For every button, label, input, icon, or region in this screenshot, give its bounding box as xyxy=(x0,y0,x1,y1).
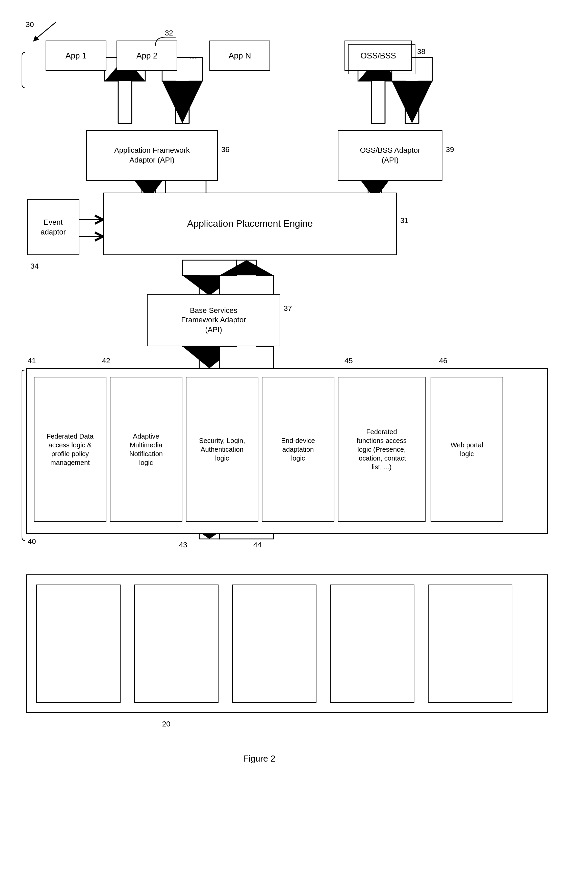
ellipsis-label: ... xyxy=(189,50,197,61)
svg-marker-24 xyxy=(182,260,236,296)
ref30-arrow xyxy=(26,19,66,46)
diagram-container: 30 32 App 1 App 2 ... App N OSS/BSS 38 A… xyxy=(0,0,588,891)
appN-label: App N xyxy=(229,50,251,61)
label-45: 45 xyxy=(345,356,352,365)
box-end-device: End-device adaptation logic xyxy=(262,377,334,522)
label-43: 43 xyxy=(179,541,187,549)
box-ossbss-top: OSS/BSS xyxy=(345,41,412,71)
svg-line-36 xyxy=(36,22,56,39)
ossbss-top-label: OSS/BSS xyxy=(360,50,396,61)
box-adaptive-multimedia: Adaptive Multimedia Notification logic xyxy=(110,377,182,522)
bottom-box-3 xyxy=(232,584,316,703)
svg-marker-25 xyxy=(182,275,236,296)
box-app-placement: Application Placement Engine xyxy=(103,192,397,255)
label-42: 42 xyxy=(102,356,110,365)
svg-marker-26 xyxy=(219,260,274,296)
label-40: 40 xyxy=(28,537,36,546)
app1-label: App 1 xyxy=(66,50,87,61)
app-placement-label: Application Placement Engine xyxy=(187,218,313,230)
svg-marker-27 xyxy=(219,260,274,275)
bottom-box-4 xyxy=(330,584,414,703)
label-44: 44 xyxy=(253,541,261,549)
ref32-brace xyxy=(152,34,179,47)
federated-data-label: Federated Data access logic & profile po… xyxy=(46,432,93,467)
label-37: 37 xyxy=(284,304,292,313)
adaptive-multimedia-label: Adaptive Multimedia Notification logic xyxy=(129,432,163,467)
label-31: 31 xyxy=(400,216,408,225)
label-38: 38 xyxy=(417,47,425,56)
box-ossbss-adaptor: OSS/BSS Adaptor (API) xyxy=(338,130,442,181)
figure-caption: Figure 2 xyxy=(243,753,275,764)
app2-label: App 2 xyxy=(136,50,158,61)
box-appN: App N xyxy=(209,41,270,71)
end-device-label: End-device adaptation logic xyxy=(281,436,315,463)
label-41: 41 xyxy=(28,356,36,365)
security-login-label: Security, Login, Authentication logic xyxy=(199,436,245,463)
ossbss-adaptor-label: OSS/BSS Adaptor (API) xyxy=(360,146,420,165)
svg-marker-29 xyxy=(182,346,236,368)
box-federated-functions: Federated functions access logic (Presen… xyxy=(338,377,426,522)
box-base-services: Base Services Framework Adaptor (API) xyxy=(147,294,280,346)
svg-marker-5 xyxy=(162,81,202,123)
label-36: 36 xyxy=(221,145,230,154)
box-app-framework: Application Framework Adaptor (API) xyxy=(86,130,218,181)
web-portal-label: Web portal logic xyxy=(450,440,483,458)
label-34: 34 xyxy=(30,262,39,270)
bottom-box-5 xyxy=(428,584,512,703)
box-federated-data: Federated Data access logic & profile po… xyxy=(34,377,106,522)
svg-marker-13 xyxy=(392,81,432,123)
label-20: 20 xyxy=(162,720,170,729)
label-46: 46 xyxy=(439,356,447,365)
base-services-label: Base Services Framework Adaptor (API) xyxy=(182,306,246,335)
box-web-portal: Web portal logic xyxy=(430,377,503,522)
bottom-box-1 xyxy=(36,584,121,703)
bottom-box-2 xyxy=(134,584,219,703)
federated-functions-label: Federated functions access logic (Presen… xyxy=(357,427,406,471)
box-security-login: Security, Login, Authentication logic xyxy=(186,377,258,522)
box-event-adaptor: Event adaptor xyxy=(27,199,80,255)
label-39: 39 xyxy=(446,145,454,154)
event-adaptor-label: Event adaptor xyxy=(40,218,66,237)
app-framework-label: Application Framework Adaptor (API) xyxy=(114,146,190,165)
